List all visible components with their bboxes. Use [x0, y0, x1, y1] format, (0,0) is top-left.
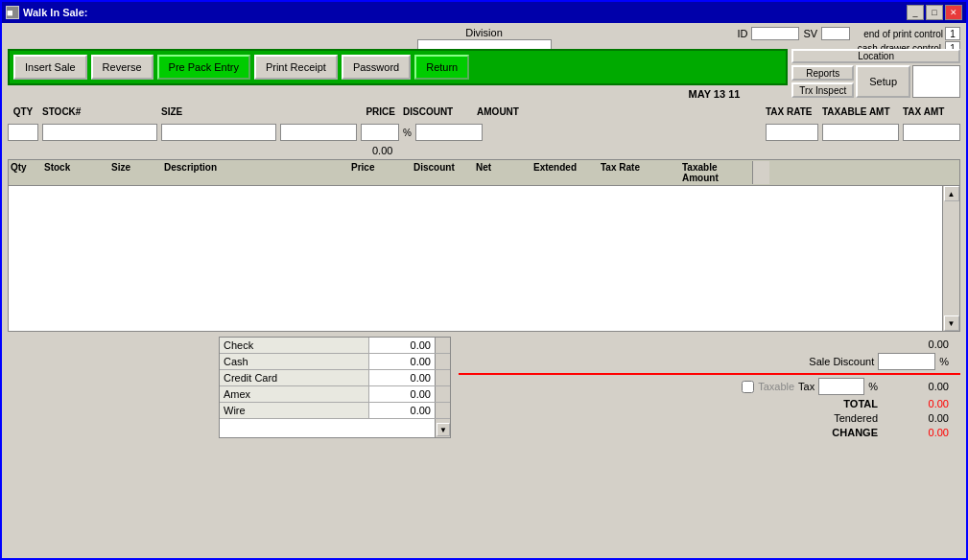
stock-label: STOCK# — [42, 106, 157, 117]
tax-row: Taxable Tax 0.000 % 0.00 — [459, 378, 960, 395]
payment-row-check: Check 0.00 — [220, 338, 450, 354]
id-sv-row: ID SV end of print control 1 — [737, 27, 960, 40]
tax-rate-label: TAX RATE — [766, 106, 818, 117]
password-button[interactable]: Password — [342, 55, 411, 80]
entry-inputs-row: 0 % — [8, 123, 960, 142]
col-price: Price — [349, 161, 412, 184]
sv-label: SV — [803, 28, 817, 39]
reports-button[interactable]: Reports — [791, 65, 854, 81]
discount-input[interactable]: 0 — [361, 124, 399, 141]
payment-row-amex: Amex 0.00 — [220, 386, 450, 403]
sale-discount-row: Sale Discount % — [459, 353, 960, 370]
table-body[interactable] — [9, 186, 942, 331]
payment-scroll-down[interactable]: ▼ — [437, 423, 450, 436]
col-taxable-amount: Taxable Amount — [680, 161, 752, 184]
end-print-indicator: 1 — [945, 27, 960, 40]
entry-labels-row: QTY STOCK# SIZE PRICE DISCOUNT AMOUNT TA… — [8, 103, 960, 120]
payment-row-cash: Cash 0.00 — [220, 354, 450, 370]
main-window: ■ Walk In Sale: _ □ ✕ Division ID SV — [0, 0, 968, 560]
scroll-down[interactable]: ▼ — [944, 315, 959, 331]
payment-scroll-wire — [435, 403, 450, 418]
col-description: Description — [162, 161, 349, 184]
qty-input[interactable] — [8, 124, 38, 141]
price-input[interactable] — [280, 124, 357, 141]
total-row: TOTAL 0.00 — [459, 398, 960, 409]
toolbar-green: Insert Sale Reverse Pre Pack Entry Print… — [8, 49, 788, 85]
scrollbar[interactable]: ▲ ▼ — [942, 186, 959, 331]
table-body-area: ▲ ▼ — [9, 186, 959, 331]
bottom-section: Check 0.00 Cash 0.00 Credit Card 0.00 Am… — [8, 337, 960, 438]
maximize-button[interactable]: □ — [926, 5, 943, 20]
total-label: TOTAL — [843, 398, 878, 409]
title-bar-controls: _ □ ✕ — [907, 5, 962, 20]
top-total-row: 0.00 — [459, 338, 960, 350]
tax-amt-input[interactable] — [903, 124, 960, 141]
sv-input[interactable] — [821, 27, 850, 40]
reverse-button[interactable]: Reverse — [91, 55, 153, 80]
window-icon: ■ — [6, 6, 19, 19]
tax-divider — [459, 373, 960, 375]
payment-name-cc: Credit Card — [220, 370, 369, 385]
payment-value-wire: 0.00 — [369, 403, 435, 418]
tendered-label: Tendered — [834, 412, 878, 424]
totals-section: 0.00 Sale Discount % Taxable Tax 0.000 %… — [459, 337, 960, 438]
date-display: MAY 13 11 — [689, 88, 741, 100]
payment-name-check: Check — [220, 338, 369, 353]
tax-label: Tax — [798, 381, 815, 392]
scroll-up[interactable]: ▲ — [944, 186, 959, 201]
tax-amt-label: TAX AMT — [903, 106, 960, 117]
division-label: Division — [465, 27, 503, 38]
close-button[interactable]: ✕ — [945, 5, 962, 20]
tendered-row: Tendered 0.00 — [459, 412, 960, 424]
payment-scroll-amex — [435, 386, 450, 402]
main-table-container: Qty Stock Size Description Price Discoun… — [8, 159, 960, 332]
top-total-value: 0.00 — [882, 338, 949, 350]
top-info-row: Division ID SV end of print control 1 — [8, 27, 960, 46]
amount-input[interactable] — [415, 124, 483, 141]
size-input[interactable] — [161, 124, 276, 141]
discount-label: DISCOUNT — [403, 106, 460, 117]
taxable-checkbox[interactable] — [742, 381, 754, 393]
id-input[interactable] — [751, 27, 799, 40]
amount-label: AMOUNT — [464, 106, 531, 117]
tax-rate-input[interactable]: 0.000 — [818, 378, 864, 395]
sale-discount-label: Sale Discount — [809, 356, 874, 367]
print-receipt-button[interactable]: Print Receipt — [254, 55, 338, 80]
col-extended: Extended — [531, 161, 599, 184]
taxrate-input[interactable] — [766, 124, 818, 141]
col-stock: Stock — [42, 161, 109, 184]
insert-sale-button[interactable]: Insert Sale — [13, 55, 87, 80]
end-print-row: end of print control 1 — [863, 27, 960, 40]
taxable-label: Taxable — [758, 381, 794, 392]
col-net: Net — [474, 161, 531, 184]
return-button[interactable]: Return — [414, 55, 469, 80]
minimize-button[interactable]: _ — [907, 5, 924, 20]
end-print-label: end of print control — [863, 29, 943, 39]
empty-area — [9, 186, 942, 301]
col-taxrate: Tax Rate — [599, 161, 680, 184]
taxable-amt-label: TAXABLE AMT — [822, 106, 899, 117]
sale-discount-input[interactable] — [878, 353, 935, 370]
id-label: ID — [737, 28, 747, 39]
location-button[interactable]: Location — [791, 49, 960, 63]
stock-input[interactable] — [42, 124, 157, 141]
payment-name-wire: Wire — [220, 403, 369, 418]
title-bar: ■ Walk In Sale: _ □ ✕ — [2, 2, 966, 23]
amount-display-row: 0.00 — [8, 145, 960, 156]
payment-scroll-check — [435, 338, 450, 353]
col-discount: Discount — [412, 161, 474, 184]
pre-pack-entry-button[interactable]: Pre Pack Entry — [157, 55, 250, 80]
date-row: MAY 13 11 — [8, 88, 960, 100]
payment-name-cash: Cash — [220, 354, 369, 369]
payment-scroll-cc — [435, 370, 450, 385]
title-bar-left: ■ Walk In Sale: — [6, 6, 87, 19]
scroll-header — [752, 161, 769, 184]
payment-table-container: Check 0.00 Cash 0.00 Credit Card 0.00 Am… — [219, 337, 451, 438]
taxable-amt-input[interactable] — [822, 124, 899, 141]
total-value: 0.00 — [882, 398, 949, 409]
payment-value-cash: 0.00 — [369, 354, 435, 369]
toolbar-right-col: Location Reports Trx Inspect Setup — [791, 49, 960, 85]
tendered-value: 0.00 — [882, 412, 949, 424]
payment-scroll-bar[interactable]: ▼ — [435, 419, 450, 437]
content-area: Division ID SV end of print control 1 — [2, 23, 966, 558]
